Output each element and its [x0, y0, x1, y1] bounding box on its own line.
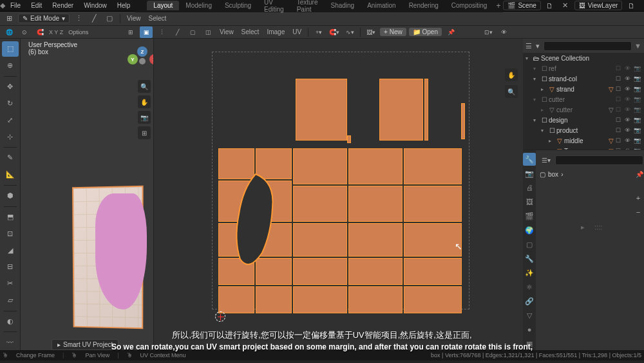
camera-icon[interactable]: 📷 — [138, 111, 151, 124]
prop-tab-physics[interactable]: ⚛ — [523, 280, 536, 293]
uv-editor[interactable]: ✋ 🔍 — [153, 39, 523, 350]
uv-selmode-vert-icon[interactable]: ⋮ — [155, 26, 168, 38]
outliner-filter-icon[interactable]: ▼ — [634, 40, 641, 52]
tool-scale[interactable]: ⤢ — [2, 112, 19, 128]
tree-item-strand[interactable]: ▸ ▽ strand ▽ ☐👁📷 — [523, 84, 644, 94]
tree-item-design[interactable]: ▾ ☐ design ☐👁📷 — [523, 115, 644, 125]
edge-select-icon[interactable]: ╱ — [88, 13, 100, 25]
header-options[interactable]: Options — [66, 29, 91, 35]
zoom-icon[interactable]: 🔍 — [138, 80, 151, 93]
smart-uv-popup[interactable]: ▸ Smart UV Project — [52, 339, 118, 350]
uv-editor-type-icon[interactable]: ⊞ — [124, 26, 137, 38]
ws-tab-layout[interactable]: Layout — [147, 1, 179, 10]
menu-help[interactable]: Help — [112, 2, 136, 9]
uv-header-uv[interactable]: UV — [290, 28, 304, 35]
uv-zoom-icon[interactable]: 🔍 — [505, 85, 518, 98]
viewlayer-selector[interactable]: 🖼 ViewLayer — [574, 1, 623, 10]
prop-tab-scene[interactable]: 🎬 — [523, 210, 536, 222]
ws-tab-compositing[interactable]: Compositing — [445, 1, 494, 10]
prop-tab-mesh[interactable]: ▽ — [523, 309, 536, 322]
image-link-icon[interactable]: 🖼▾ — [365, 26, 377, 38]
snap-toggle-icon[interactable]: 🧲 — [33, 26, 46, 38]
tree-item-strand-col[interactable]: ▾ ☐ strand-col ☐👁📷 — [523, 74, 644, 84]
prop-tab-object[interactable]: ▢ — [523, 238, 536, 251]
ws-tab-texpaint[interactable]: Texture Paint — [290, 0, 325, 14]
tool-cursor[interactable]: ⊕ — [2, 58, 19, 74]
viewlayer-delete-icon[interactable]: ✕ — [640, 0, 644, 12]
gizmo-z-axis[interactable]: Z — [137, 46, 147, 57]
uv-pin-icon[interactable]: 📌 — [444, 26, 457, 38]
uv-open-button[interactable]: 📁 Open — [413, 28, 438, 35]
vert-select-icon[interactable]: ⋮ — [72, 13, 85, 25]
prop-tab-render[interactable]: 📷 — [523, 167, 536, 180]
tool-inset[interactable]: ⊡ — [2, 226, 19, 241]
scene-selector[interactable]: 🎬 Scene — [503, 1, 540, 10]
ws-tab-rendering[interactable]: Rendering — [402, 1, 445, 10]
uv-pan-icon[interactable]: ✋ — [505, 68, 518, 81]
prop-tab-particle[interactable]: ✨ — [523, 266, 536, 279]
prop-tab-viewlayer[interactable]: 🖼 — [523, 195, 536, 208]
ws-tab-uvediting[interactable]: UV Editing — [258, 0, 290, 14]
ws-tab-modeling[interactable]: Modeling — [179, 1, 218, 10]
uv-snap-icon[interactable]: 🧲▾ — [328, 26, 341, 38]
uv-prop-icon[interactable]: ∿▾ — [343, 26, 356, 38]
pan-icon[interactable]: ✋ — [138, 95, 151, 108]
uv-display-icon[interactable]: 👁 — [497, 26, 510, 38]
editor-type-icon[interactable]: ⊞ — [3, 13, 15, 25]
prop-type-icon[interactable]: ☰▾ — [540, 154, 553, 166]
tree-item-cutter[interactable]: ▾ ☐ cutter ☐👁📷 — [523, 94, 644, 104]
ws-tab-shading[interactable]: Shading — [324, 1, 361, 10]
menu-edit[interactable]: Edit — [26, 2, 47, 9]
uv-header-image[interactable]: Image — [264, 28, 287, 35]
viewlayer-new-icon[interactable]: 🗋 — [625, 0, 638, 12]
persp-icon[interactable]: ⊞ — [138, 126, 151, 139]
uv-overlay-icon[interactable]: ⊡▾ — [482, 26, 495, 38]
tool-bevel[interactable]: ◢ — [2, 242, 19, 258]
uv-new-button[interactable]: + New — [384, 28, 402, 35]
uv-header-select[interactable]: Select — [239, 28, 262, 35]
prop-tab-material[interactable]: ● — [523, 323, 536, 336]
menu-file[interactable]: File — [5, 2, 26, 9]
tool-knife[interactable]: ✂ — [2, 276, 19, 291]
outliner-display-icon[interactable]: ▾ — [535, 40, 541, 52]
header-select[interactable]: Select — [146, 15, 169, 22]
face-select-icon[interactable]: ▢ — [103, 13, 116, 25]
tree-scene-collection[interactable]: ▾🗁 Scene Collection — [523, 53, 644, 63]
pivot-icon[interactable]: ⊙ — [18, 26, 31, 38]
add-workspace-icon[interactable]: + — [493, 1, 503, 10]
list-remove-icon[interactable]: − — [632, 206, 644, 218]
tool-move[interactable]: ✥ — [2, 79, 19, 95]
scene-new-icon[interactable]: 🗋 — [544, 0, 556, 12]
uv-pivot-icon[interactable]: +▾ — [312, 26, 325, 38]
uv-selmode-island-icon[interactable]: ◫ — [202, 26, 214, 38]
pin-icon[interactable]: 📌 — [636, 171, 643, 178]
tree-item-product[interactable]: ▾ ☐ product ☐👁📷 — [523, 125, 644, 135]
prop-search[interactable] — [555, 155, 643, 165]
mode-selector[interactable]: ✎ Edit Mode ▾ — [18, 14, 70, 23]
tree-item-Top[interactable]: ▸ ▽ Top ▽ ☐👁📷 — [523, 146, 644, 150]
menu-window[interactable]: Window — [79, 2, 112, 9]
prop-tab-output[interactable]: 🖨 — [523, 181, 536, 194]
tool-extrude[interactable]: ⬒ — [2, 209, 19, 224]
orientation-icon[interactable]: 🌐 — [3, 26, 15, 38]
tool-loopcut[interactable]: ⊟ — [2, 259, 19, 275]
tool-rotate[interactable]: ↻ — [2, 96, 19, 112]
tool-add-cube[interactable]: ⬢ — [2, 188, 19, 204]
header-view[interactable]: View — [124, 15, 144, 22]
ws-tab-sculpting[interactable]: Sculpting — [218, 1, 258, 10]
tool-select-box[interactable]: ⬚ — [2, 41, 19, 57]
tool-annotate[interactable]: ✎ — [2, 150, 19, 166]
outliner-search[interactable] — [544, 41, 632, 51]
ws-tab-animation[interactable]: Animation — [361, 1, 402, 10]
menu-render[interactable]: Render — [47, 2, 79, 9]
gizmo-y-axis[interactable]: Y — [128, 54, 138, 64]
uv-selmode-edge-icon[interactable]: ╱ — [171, 26, 184, 38]
viewport-3d[interactable]: User Perspective (6) box Z Y X 🔍 ✋ 📷 ⊞ ▸… — [21, 39, 153, 350]
prop-tab-tool[interactable]: 🔧 — [523, 153, 536, 166]
prop-tab-world[interactable]: 🌍 — [523, 224, 536, 237]
prop-breadcrumb[interactable]: box — [548, 171, 558, 178]
tree-item-ref[interactable]: ▾ ☐ ref ☐👁📷 — [523, 63, 644, 74]
tool-transform[interactable]: ⊹ — [2, 129, 19, 144]
tool-polybuild[interactable]: ▱ — [2, 293, 19, 308]
prop-tab-modifier[interactable]: 🔧 — [523, 252, 536, 265]
